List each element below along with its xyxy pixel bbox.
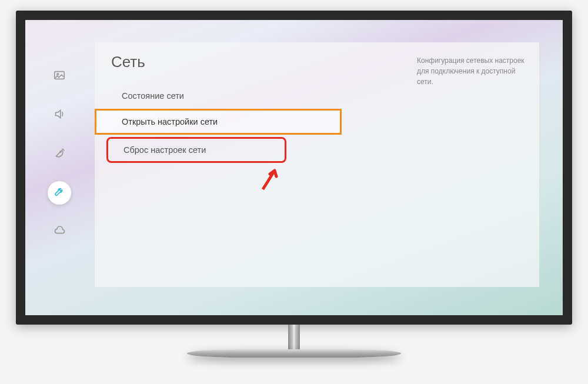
panel-description: Конфигурация сетевых настроек для подклю… [417, 55, 527, 87]
tv-frame: Сеть Конфигурация сетевых настроек для п… [16, 11, 572, 325]
satellite-dish-icon [53, 146, 66, 162]
menu-item-label: Открыть настройки сети [122, 117, 218, 126]
menu-item-label: Сброс настроек сети [123, 145, 206, 155]
wrench-icon [53, 185, 66, 201]
sidebar-item-picture[interactable] [48, 65, 71, 88]
cloud-icon [53, 224, 66, 239]
sidebar-item-general[interactable] [48, 181, 71, 205]
svg-rect-0 [55, 72, 65, 79]
svg-point-2 [60, 151, 61, 152]
speaker-icon [53, 108, 66, 123]
menu-item-open-network-settings[interactable]: Открыть настройки сети [95, 109, 342, 135]
picture-icon [53, 69, 66, 84]
sidebar-item-sound[interactable] [48, 103, 71, 127]
tv-stand-base [187, 349, 401, 358]
sidebar-item-support[interactable] [48, 220, 71, 243]
svg-point-1 [57, 74, 59, 75]
tv-screen: Сеть Конфигурация сетевых настроек для п… [25, 20, 563, 315]
menu-item-label: Состояние сети [122, 91, 184, 101]
sidebar-item-broadcast[interactable] [48, 142, 71, 166]
settings-panel: Сеть Конфигурация сетевых настроек для п… [95, 42, 539, 287]
annotation-arrow [257, 166, 283, 194]
menu-list: Состояние сети Открыть настройки сети Сб… [95, 83, 539, 163]
tv-stand-neck [288, 325, 300, 350]
settings-sidebar [48, 65, 71, 243]
menu-item-network-status[interactable]: Состояние сети [95, 83, 336, 109]
menu-item-reset-network[interactable]: Сброс настроек сети [106, 137, 286, 163]
